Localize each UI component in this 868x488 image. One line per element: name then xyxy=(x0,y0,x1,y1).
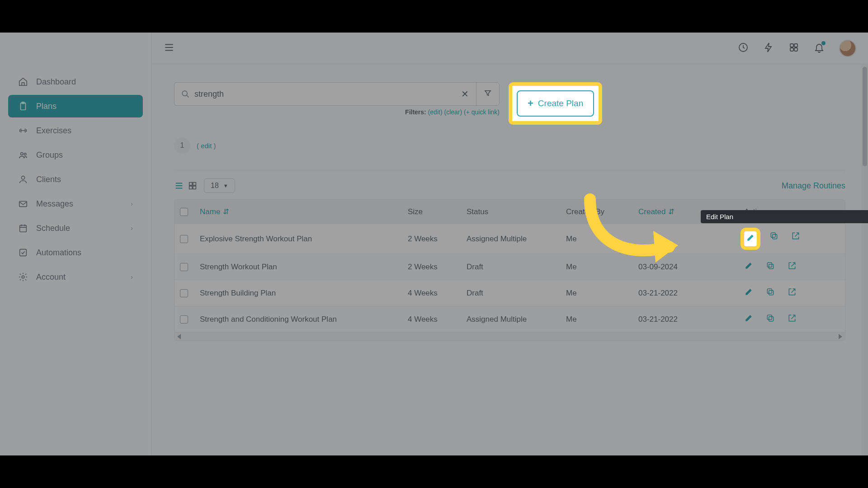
scrollbar-vertical[interactable] xyxy=(862,64,868,455)
manage-routines-link[interactable]: Manage Routines xyxy=(782,181,845,191)
pagination-edit-link[interactable]: ( edit ) xyxy=(197,142,216,150)
svg-rect-5 xyxy=(19,202,27,207)
page-size-select[interactable]: 18 ▼ xyxy=(204,178,235,193)
row-checkbox[interactable] xyxy=(180,235,188,243)
sidebar-item-account[interactable]: Account › xyxy=(8,266,143,288)
row-checkbox[interactable] xyxy=(180,315,188,324)
filters-clear-link[interactable]: (clear) xyxy=(444,108,462,116)
sidebar-item-label: Schedule xyxy=(36,224,70,233)
clock-icon[interactable] xyxy=(738,42,749,55)
row-checkbox[interactable] xyxy=(180,289,188,297)
create-plan-highlight: + Create Plan xyxy=(509,82,602,125)
svg-rect-15 xyxy=(189,183,192,185)
svg-rect-19 xyxy=(773,235,777,239)
main-area: ✕ Filters: (edit) (clear) (+ quick link)… xyxy=(151,33,868,455)
list-view-icon[interactable] xyxy=(174,181,184,191)
table-row: Strength and Conditioning Workout Plan4 … xyxy=(175,306,845,332)
cell-status: Draft xyxy=(467,263,566,272)
grid-view-icon[interactable] xyxy=(188,181,198,191)
cell-size: 4 Weeks xyxy=(408,315,467,324)
scrollbar-thumb[interactable] xyxy=(863,67,867,166)
svg-rect-11 xyxy=(794,44,797,47)
hamburger-icon[interactable] xyxy=(163,42,175,55)
copy-plan-icon[interactable] xyxy=(766,314,775,325)
sidebar-item-label: Plans xyxy=(36,102,57,111)
cell-status: Assigned Multiple xyxy=(467,315,566,324)
row-checkbox[interactable] xyxy=(180,263,188,271)
copy-plan-icon[interactable] xyxy=(766,287,775,299)
bell-icon[interactable] xyxy=(814,42,825,55)
svg-point-8 xyxy=(22,276,24,278)
filters-quicklink[interactable]: (+ quick link) xyxy=(464,108,500,116)
copy-plan-icon[interactable] xyxy=(769,231,778,246)
open-plan-icon[interactable] xyxy=(788,314,797,325)
open-plan-icon[interactable] xyxy=(788,261,797,272)
page-number[interactable]: 1 xyxy=(174,137,190,154)
svg-point-14 xyxy=(182,91,187,96)
pagination: 1 ( edit ) xyxy=(174,137,845,154)
sidebar-item-label: Messages xyxy=(36,199,73,209)
edit-plan-icon[interactable] xyxy=(744,314,753,325)
lightning-icon[interactable] xyxy=(763,42,774,55)
edit-plan-icon[interactable] xyxy=(744,287,753,299)
cell-actions xyxy=(715,261,840,272)
sidebar-item-label: Groups xyxy=(36,150,63,160)
sidebar-item-messages[interactable]: Messages › xyxy=(8,192,143,215)
cell-created-by: Me xyxy=(566,235,638,244)
svg-rect-17 xyxy=(189,186,192,189)
clear-search-icon[interactable]: ✕ xyxy=(454,89,476,99)
sidebar-item-exercises[interactable]: Exercises xyxy=(8,119,143,142)
cell-name: Strength and Conditioning Workout Plan xyxy=(200,315,408,324)
select-all-checkbox[interactable] xyxy=(180,208,188,216)
avatar[interactable] xyxy=(839,40,856,57)
calendar-icon xyxy=(18,223,28,233)
svg-rect-18 xyxy=(193,186,196,189)
cell-name: Strength Building Plan xyxy=(200,289,408,298)
search-input[interactable] xyxy=(175,83,454,105)
sidebar-item-clients[interactable]: Clients xyxy=(8,168,143,191)
open-plan-icon[interactable] xyxy=(791,231,800,246)
svg-rect-21 xyxy=(769,264,774,269)
svg-rect-6 xyxy=(20,225,27,232)
sidebar-item-automations[interactable]: Automations xyxy=(8,241,143,264)
apps-icon[interactable] xyxy=(788,42,799,55)
notification-dot xyxy=(821,41,826,45)
svg-point-2 xyxy=(21,153,24,155)
sidebar-item-dashboard[interactable]: Dashboard xyxy=(8,70,143,93)
sidebar-item-plans[interactable]: Plans xyxy=(8,95,143,117)
sidebar-item-groups[interactable]: Groups xyxy=(8,144,143,166)
app-window: Dashboard Plans Exercises Groups Clients… xyxy=(0,33,868,455)
cell-name: Strength Workout Plan xyxy=(200,263,408,272)
edit-plan-icon[interactable] xyxy=(744,261,753,272)
caret-down-icon: ▼ xyxy=(223,183,228,188)
home-icon xyxy=(18,77,28,87)
sidebar-item-label: Clients xyxy=(36,175,61,184)
table-row: Strength Building Plan4 WeeksDraftMe03-2… xyxy=(175,280,845,306)
cell-status: Draft xyxy=(467,289,566,298)
topbar xyxy=(151,33,868,64)
sidebar-item-label: Exercises xyxy=(36,126,71,136)
svg-point-4 xyxy=(21,176,24,179)
sort-icon: ⇵ xyxy=(668,207,675,216)
edit-plan-icon[interactable] xyxy=(746,235,755,244)
col-name[interactable]: Name⇵ xyxy=(200,207,408,216)
create-plan-button[interactable]: + Create Plan xyxy=(517,90,594,117)
filters-edit-link[interactable]: (edit) xyxy=(428,108,443,116)
scrollbar-horizontal[interactable] xyxy=(175,332,845,340)
dumbbell-icon xyxy=(18,126,28,136)
filters-label: Filters: xyxy=(405,108,426,116)
copy-plan-icon[interactable] xyxy=(766,261,775,272)
cell-created-by: Me xyxy=(566,315,638,324)
filter-button[interactable] xyxy=(476,83,499,105)
cell-actions xyxy=(715,231,840,246)
cell-size: 2 Weeks xyxy=(408,235,467,244)
open-plan-icon[interactable] xyxy=(788,287,797,299)
cell-actions xyxy=(715,314,840,325)
chevron-right-icon: › xyxy=(131,273,133,281)
sidebar-item-label: Dashboard xyxy=(36,77,76,87)
svg-point-3 xyxy=(24,153,26,155)
svg-rect-22 xyxy=(767,263,772,267)
svg-rect-23 xyxy=(769,291,774,295)
check-square-icon xyxy=(18,248,28,258)
sidebar-item-schedule[interactable]: Schedule › xyxy=(8,217,143,239)
